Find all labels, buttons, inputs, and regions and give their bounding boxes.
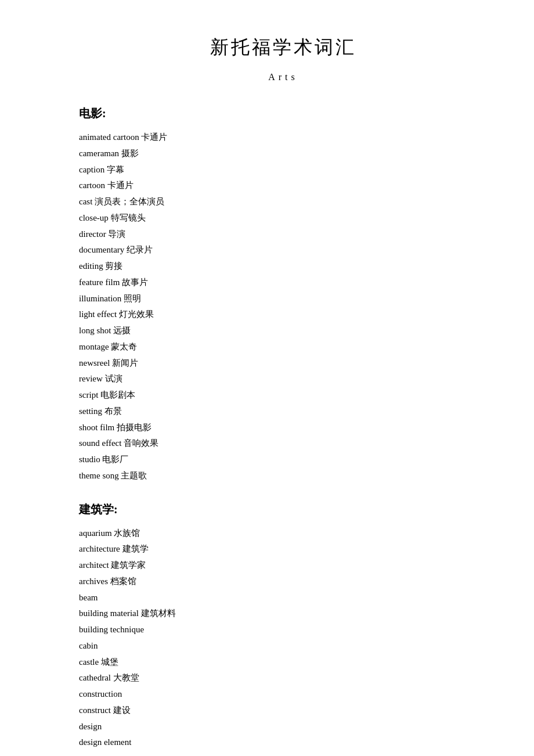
vocab-item: director 导演	[79, 226, 488, 243]
vocab-item: design element	[79, 735, 488, 751]
vocab-item: architecture 建筑学	[79, 541, 488, 557]
vocab-item: newsreel 新闻片	[79, 355, 488, 372]
vocab-item: feature film 故事片	[79, 275, 488, 291]
vocab-item: aquarium 水族馆	[79, 525, 488, 542]
vocab-item: light effect 灯光效果	[79, 307, 488, 323]
vocab-item: building technique	[79, 622, 488, 638]
section-heading-film: 电影:	[79, 106, 488, 121]
vocab-item: architect 建筑学家	[79, 557, 488, 574]
vocab-item: design	[79, 719, 488, 735]
vocab-item: construction	[79, 686, 488, 703]
vocab-list-film: animated cartoon 卡通片cameraman 摄影caption …	[79, 129, 488, 484]
page-subtitle: Arts	[79, 72, 488, 82]
vocab-item: cartoon 卡通片	[79, 178, 488, 194]
vocab-item: editing 剪接	[79, 258, 488, 275]
vocab-item: long shot 远摄	[79, 323, 488, 339]
vocab-item: cameraman 摄影	[79, 146, 488, 162]
vocab-item: building material 建筑材料	[79, 606, 488, 622]
vocab-item: documentary 纪录片	[79, 242, 488, 258]
page-title: 新托福学术词汇	[79, 35, 488, 60]
vocab-item: close-up 特写镜头	[79, 210, 488, 226]
section-film: 电影:animated cartoon 卡通片cameraman 摄影capti…	[79, 106, 488, 484]
vocab-item: cathedral 大教堂	[79, 670, 488, 686]
vocab-item: setting 布景	[79, 404, 488, 420]
vocab-item: caption 字幕	[79, 162, 488, 178]
vocab-item: cabin	[79, 638, 488, 654]
vocab-item: review 试演	[79, 371, 488, 387]
vocab-item: sound effect 音响效果	[79, 435, 488, 452]
vocab-item: animated cartoon 卡通片	[79, 129, 488, 146]
vocab-list-architecture: aquarium 水族馆architecture 建筑学architect 建筑…	[79, 525, 488, 751]
vocab-item: archives 档案馆	[79, 574, 488, 590]
vocab-item: construct 建设	[79, 703, 488, 719]
vocab-item: cast 演员表；全体演员	[79, 194, 488, 210]
section-architecture: 建筑学:aquarium 水族馆architecture 建筑学architec…	[79, 502, 488, 751]
sections-container: 电影:animated cartoon 卡通片cameraman 摄影capti…	[79, 106, 488, 751]
vocab-item: shoot film 拍摄电影	[79, 420, 488, 436]
vocab-item: castle 城堡	[79, 654, 488, 671]
vocab-item: script 电影剧本	[79, 387, 488, 404]
vocab-item: theme song 主题歌	[79, 468, 488, 484]
section-heading-architecture: 建筑学:	[79, 502, 488, 517]
vocab-item: studio 电影厂	[79, 452, 488, 468]
vocab-item: beam	[79, 590, 488, 606]
vocab-item: illumination 照明	[79, 291, 488, 307]
vocab-item: montage 蒙太奇	[79, 339, 488, 355]
